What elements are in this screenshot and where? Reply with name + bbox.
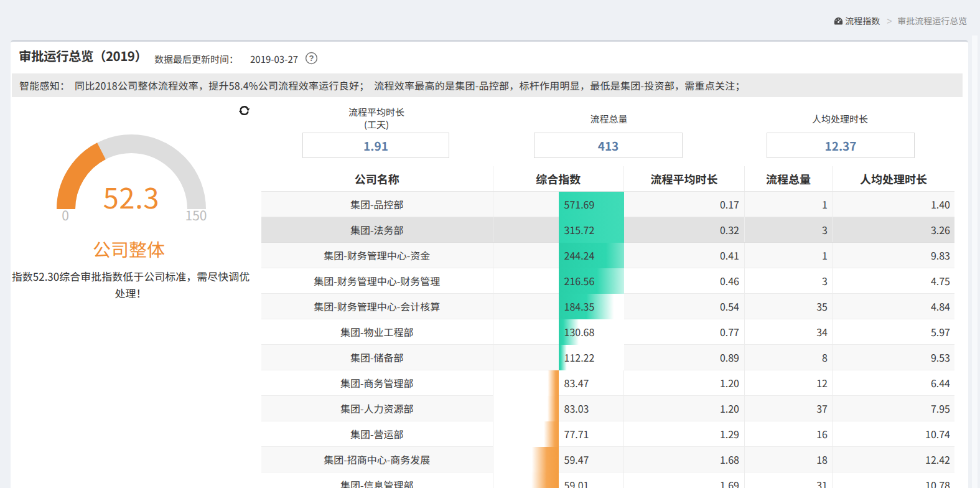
svg-text:?: ?: [309, 54, 314, 63]
